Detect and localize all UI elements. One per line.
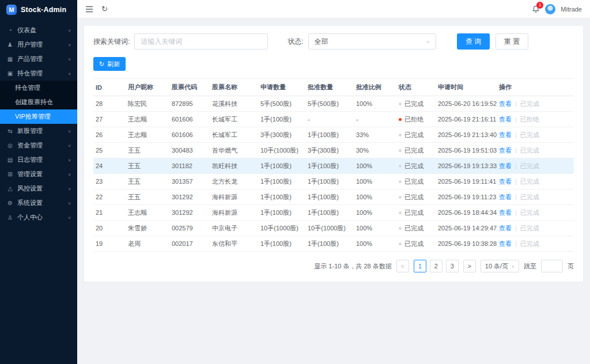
view-link[interactable]: 查看 <box>499 116 512 123</box>
chevron-icon: ∧ <box>68 71 71 75</box>
view-link[interactable]: 查看 <box>499 100 512 107</box>
page-number-button[interactable]: 3 <box>446 260 459 272</box>
page-number-button[interactable]: 1 <box>414 260 426 272</box>
cell-approved-quantity: 1手(100股) <box>305 189 354 205</box>
view-link[interactable]: 查看 <box>499 162 512 169</box>
view-link[interactable]: 查看 <box>499 131 512 138</box>
status-dot-icon <box>399 118 402 121</box>
main-area: ↻ 1 Mitrade 搜索关键词: <box>77 0 590 364</box>
view-link[interactable]: 查看 <box>499 194 512 200</box>
username[interactable]: Mitrade <box>561 6 582 13</box>
cell-status: 已拒绝 <box>396 112 436 127</box>
chevron-down-icon: ∨ <box>511 264 515 268</box>
sidebar-menu-item[interactable]: ▤ 日志管理 ∨ <box>0 153 77 167</box>
system-settings-icon: ⚙ <box>6 200 14 206</box>
sidebar-menu-item[interactable]: ▣ 持仓管理 ∧ <box>0 66 77 81</box>
cell-approval-ratio: 30% <box>354 143 396 158</box>
sidebar-menu-item[interactable]: △ 风控设置 ∨ <box>0 181 77 196</box>
cell-applied-quantity: 1手(100股) <box>258 236 305 252</box>
status-dot-icon <box>399 134 402 136</box>
cell-user-nickname: 王五 <box>126 158 169 174</box>
action-status-label: 已完成 <box>520 209 539 216</box>
prev-page-button[interactable]: < <box>396 260 409 272</box>
cell-applied-quantity: 10手(1000股) <box>258 221 305 236</box>
action-divider: | <box>515 100 517 107</box>
table-row: 24 王五 301182 凯旺科技 1手(100股) 1手(100股) 100%… <box>93 158 574 174</box>
sidebar-menu-item[interactable]: ⇆ 新股管理 ∨ <box>0 124 77 138</box>
status-dot-icon <box>399 149 402 152</box>
column-header: 申请时间 <box>436 79 497 96</box>
view-link[interactable]: 查看 <box>499 147 512 154</box>
view-link[interactable]: 查看 <box>499 178 512 185</box>
sidebar-menu-item[interactable]: ◎ 资金管理 ∨ <box>0 138 77 153</box>
sidebar-menu-item[interactable]: ⚙ 系统设置 ∨ <box>0 196 77 210</box>
chevron-icon: ∨ <box>68 57 71 61</box>
sidebar-collapse-icon[interactable] <box>85 6 93 13</box>
notification-badge: 1 <box>536 2 543 9</box>
table-row: 25 王五 300483 首华燃气 10手(1000股) 3手(300股) 30… <box>93 143 574 158</box>
brand: M Stock-Admin <box>0 0 77 20</box>
column-header: 股票代码 <box>169 79 210 96</box>
cell-apply-time: 2025-06-19 10:38:28 <box>436 236 497 252</box>
page-refresh-icon[interactable]: ↻ <box>101 5 108 13</box>
cell-approved-quantity: - <box>305 112 354 127</box>
view-link[interactable]: 查看 <box>499 240 512 247</box>
cell-apply-time: 2025-06-20 16:19:52 <box>436 96 497 112</box>
cell-status: 已完成 <box>396 236 436 252</box>
chevron-icon: ∨ <box>68 43 71 47</box>
sidebar-menu-item[interactable]: ⊞ 管理设置 ∨ <box>0 167 77 181</box>
reset-button[interactable]: 重 置 <box>496 33 528 50</box>
status-select-value: 全部 <box>315 37 328 47</box>
sidebar-submenu-item[interactable]: VIP抢筹管理 <box>0 109 77 124</box>
cell-stock-name: 海科新源 <box>210 205 258 221</box>
menu-item-label: 个人中心 <box>17 213 68 222</box>
content: 搜索关键词: 状态: 全部 ∨ 查 询 重 置 <box>77 18 590 364</box>
chevron-icon: ∨ <box>68 158 71 162</box>
page-number-button[interactable]: 2 <box>430 260 442 272</box>
page-size-select[interactable]: 10 条/页 ∨ <box>481 260 519 272</box>
view-link[interactable]: 查看 <box>499 209 512 216</box>
sidebar-submenu-item[interactable]: 创建股票持仓 <box>0 95 77 109</box>
search-button[interactable]: 查 询 <box>457 33 490 50</box>
status-dot-icon <box>399 211 402 214</box>
sidebar-menu-item[interactable]: ♙ 个人中心 ∨ <box>0 210 77 225</box>
next-page-button[interactable]: > <box>463 260 476 272</box>
cell-stock-code: 301292 <box>169 205 210 221</box>
cell-id: 24 <box>93 158 126 174</box>
action-status-label: 已完成 <box>520 194 539 200</box>
sidebar-menu-item[interactable]: ▦ 产品管理 ∨ <box>0 52 77 66</box>
risk-control-icon: △ <box>6 185 14 192</box>
pagination-summary: 显示 1-10 条，共 28 条数据 <box>314 262 391 271</box>
notification-bell-icon[interactable]: 1 <box>532 5 540 13</box>
user-avatar[interactable] <box>545 4 555 14</box>
action-divider: | <box>515 209 517 216</box>
status-dot-icon <box>399 227 402 230</box>
cell-actions: 查看|已完成 <box>497 205 574 221</box>
cell-actions: 查看|已完成 <box>497 158 574 174</box>
sidebar-submenu-item[interactable]: 持仓管理 <box>0 81 77 95</box>
view-link[interactable]: 查看 <box>499 225 512 232</box>
cell-actions: 查看|已完成 <box>497 143 574 158</box>
refresh-button[interactable]: ↻ 刷新 <box>93 57 126 71</box>
cell-approved-quantity: 5手(500股) <box>305 96 354 112</box>
status-text: 已完成 <box>404 147 423 154</box>
sidebar-menu-item[interactable]: ◔ 仪表盘 ∨ <box>0 23 77 37</box>
sidebar-menu-item[interactable]: ♟ 用户管理 ∨ <box>0 37 77 52</box>
profile-icon: ♙ <box>6 214 14 221</box>
cell-stock-code: 301292 <box>169 189 210 205</box>
menu-item-label: 新股管理 <box>17 127 68 135</box>
column-header: ID <box>93 79 126 96</box>
brand-title: Stock-Admin <box>21 6 66 14</box>
dashboard-icon: ◔ <box>6 27 14 33</box>
jump-page-input[interactable] <box>541 260 563 272</box>
cell-status: 已完成 <box>396 174 436 189</box>
status-select[interactable]: 全部 ∨ <box>308 33 436 50</box>
vip-orders-card: 搜索关键词: 状态: 全部 ∨ 查 询 重 置 <box>84 26 583 282</box>
cell-status: 已完成 <box>396 221 436 236</box>
cell-stock-code: 601606 <box>169 112 210 127</box>
cell-approval-ratio: 100% <box>354 174 396 189</box>
keyword-input[interactable] <box>134 33 268 50</box>
status-label: 状态: <box>288 37 303 47</box>
table-row: 20 朱雪娇 002579 中京电子 10手(1000股) 10手(1000股)… <box>93 221 574 236</box>
cell-stock-code: 300483 <box>169 143 210 158</box>
